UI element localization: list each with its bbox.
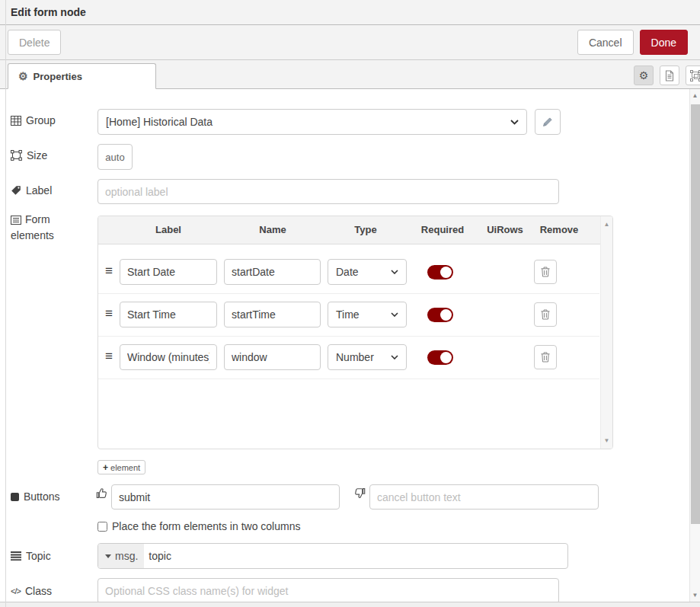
group-select-value: [Home] Historical Data [106, 116, 213, 128]
chevron-down-icon [391, 355, 398, 359]
plus-icon: + [103, 462, 108, 473]
properties-icon-button[interactable]: ⚙ [634, 65, 654, 85]
element-type-select[interactable]: Date [328, 259, 407, 285]
tab-bar: ⚙ Properties ⚙ [0, 59, 700, 89]
thumbs-down-icon [354, 487, 366, 502]
form-elements-table: Label Name Type Required UiRows Remove ≡… [97, 216, 613, 449]
caret-down-icon [105, 554, 111, 558]
chevron-down-icon [510, 120, 519, 125]
chevron-down-icon [391, 312, 398, 317]
form-elements-label: Form elements [11, 212, 81, 243]
col-header-remove: Remove [540, 224, 579, 235]
topic-typed-input: msg. topic [97, 543, 568, 569]
topic-type-button[interactable]: msg. [98, 544, 144, 568]
col-header-type: Type [354, 224, 376, 235]
pencil-icon [542, 117, 553, 127]
edit-group-button[interactable] [535, 109, 561, 135]
dialog-footer-strip [0, 602, 700, 607]
code-icon: </> [11, 586, 21, 596]
edit-form-node-dialog: Edit form node Delete Cancel Done ⚙ Prop… [0, 0, 700, 607]
tab-properties[interactable]: ⚙ Properties [8, 63, 156, 89]
dialog-button-bar: Delete Cancel Done [0, 25, 700, 59]
delete-element-button[interactable] [534, 260, 557, 284]
chevron-down-icon [391, 270, 398, 274]
cancel-button[interactable]: Cancel [577, 30, 634, 55]
table-scrollbar[interactable]: ▲ ▼ [600, 216, 612, 449]
form-elements-rows: ≡ Date ≡ Time [98, 244, 612, 449]
document-icon [664, 70, 675, 81]
cancel-button-text-input[interactable] [369, 484, 599, 510]
element-label-input[interactable] [120, 344, 217, 370]
element-type-select[interactable]: Time [328, 302, 407, 327]
required-toggle[interactable] [427, 350, 453, 365]
scroll-up-icon[interactable]: ▲ [601, 221, 612, 228]
description-icon-button[interactable] [660, 65, 679, 85]
object-size-icon [11, 150, 22, 161]
element-name-input[interactable] [224, 302, 321, 327]
class-input[interactable] [97, 578, 559, 604]
delete-button[interactable]: Delete [8, 30, 61, 55]
col-header-label: Label [155, 224, 181, 235]
square-icon [11, 493, 19, 501]
delete-element-button[interactable] [534, 345, 557, 369]
thumbs-up-icon [96, 487, 107, 502]
dialog-title: Edit form node [0, 0, 700, 25]
scrollbar-thumb[interactable] [691, 104, 700, 524]
list-alt-icon [11, 214, 21, 228]
form-elements-table-header: Label Name Type Required UiRows Remove [98, 216, 612, 244]
scroll-down-icon[interactable]: ▼ [601, 437, 612, 444]
element-name-input[interactable] [224, 259, 321, 285]
drag-handle-icon[interactable]: ≡ [105, 306, 113, 321]
delete-element-button[interactable] [534, 302, 557, 327]
submit-button-text-input[interactable] [111, 484, 340, 510]
two-columns-row: Place the form elements in two columns [97, 520, 300, 532]
two-columns-checkbox[interactable] [97, 522, 107, 532]
topic-label: Topic [11, 550, 51, 562]
two-columns-label: Place the form elements in two columns [112, 520, 300, 532]
drag-handle-icon[interactable]: ≡ [105, 349, 113, 364]
scroll-down-icon[interactable]: ▼ [690, 592, 700, 599]
col-header-name: Name [259, 224, 286, 235]
size-label: Size [11, 149, 47, 161]
gear-icon: ⚙ [639, 70, 649, 81]
scroll-up-icon[interactable]: ▲ [690, 92, 700, 99]
element-label-input[interactable] [120, 259, 217, 285]
form-element-row: ≡ Number [98, 337, 599, 379]
element-name-input[interactable] [224, 344, 321, 370]
element-type-select[interactable]: Number [328, 344, 407, 370]
done-button[interactable]: Done [640, 30, 688, 55]
gear-icon: ⚙ [18, 71, 28, 81]
tab-properties-label: Properties [34, 71, 82, 82]
group-label: Group [11, 114, 56, 126]
topic-value-input[interactable]: topic [144, 544, 171, 568]
trash-icon [541, 309, 550, 320]
add-element-button[interactable]: + element [97, 460, 145, 474]
object-group-icon [690, 70, 700, 81]
appearance-icon-button[interactable] [686, 65, 700, 85]
list-icon [11, 551, 21, 561]
required-toggle[interactable] [427, 265, 453, 280]
form-element-row: ≡ Date [98, 251, 599, 294]
col-header-uirows: UiRows [487, 224, 523, 235]
element-label-input[interactable] [120, 302, 217, 327]
table-icon [11, 116, 21, 126]
properties-panel: Group [Home] Historical Data Size [0, 89, 700, 602]
form-element-row: ≡ Time [98, 294, 599, 337]
col-header-required: Required [421, 224, 464, 235]
label-label: Label [11, 184, 52, 196]
group-select[interactable]: [Home] Historical Data [97, 109, 527, 135]
trash-icon [541, 352, 550, 363]
drag-handle-icon[interactable]: ≡ [105, 264, 113, 279]
label-input[interactable] [97, 179, 559, 204]
size-auto-button[interactable]: auto [97, 144, 133, 170]
tag-icon [11, 185, 21, 196]
class-label: </> Class [11, 585, 52, 597]
required-toggle[interactable] [427, 308, 453, 322]
main-scrollbar[interactable]: ▲ ▼ [689, 89, 700, 602]
buttons-label: Buttons [11, 490, 59, 503]
trash-icon [541, 267, 550, 277]
